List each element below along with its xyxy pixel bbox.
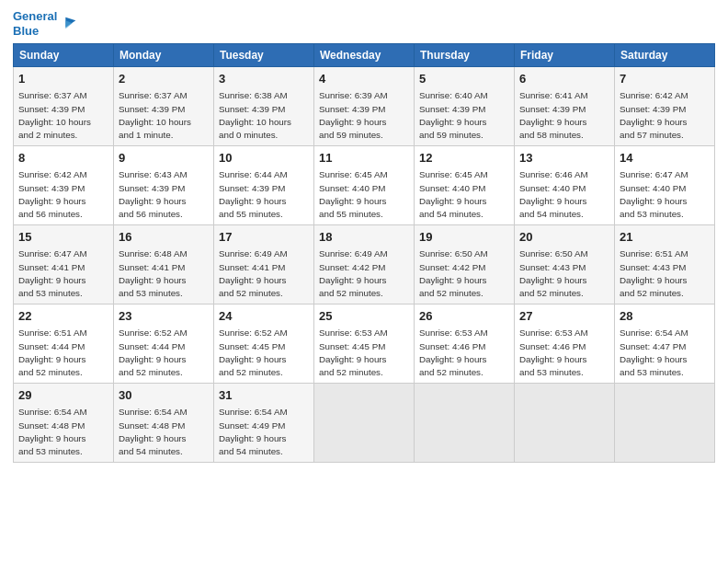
calendar-cell: 22Sunrise: 6:51 AMSunset: 4:44 PMDayligh… xyxy=(14,304,114,384)
calendar-cell: 8Sunrise: 6:42 AMSunset: 4:39 PMDaylight… xyxy=(14,146,114,225)
week-row-4: 22Sunrise: 6:51 AMSunset: 4:44 PMDayligh… xyxy=(14,304,715,384)
day-info: Sunrise: 6:50 AMSunset: 4:43 PMDaylight:… xyxy=(519,247,609,300)
day-number: 5 xyxy=(419,71,509,87)
day-info: Sunrise: 6:49 AMSunset: 4:41 PMDaylight:… xyxy=(219,247,309,300)
calendar-cell: 26Sunrise: 6:53 AMSunset: 4:46 PMDayligh… xyxy=(415,304,515,384)
day-info: Sunrise: 6:48 AMSunset: 4:41 PMDaylight:… xyxy=(119,247,209,300)
day-number: 31 xyxy=(219,387,309,404)
calendar-cell: 29Sunrise: 6:54 AMSunset: 4:48 PMDayligh… xyxy=(14,384,114,463)
calendar-cell: 4Sunrise: 6:39 AMSunset: 4:39 PMDaylight… xyxy=(314,67,415,146)
day-info: Sunrise: 6:42 AMSunset: 4:39 PMDaylight:… xyxy=(620,89,710,142)
day-info: Sunrise: 6:41 AMSunset: 4:39 PMDaylight:… xyxy=(519,89,609,142)
day-info: Sunrise: 6:37 AMSunset: 4:39 PMDaylight:… xyxy=(119,89,209,142)
calendar-table: SundayMondayTuesdayWednesdayThursdayFrid… xyxy=(13,43,715,463)
day-number: 23 xyxy=(119,308,209,325)
day-info: Sunrise: 6:54 AMSunset: 4:47 PMDaylight:… xyxy=(620,327,710,379)
day-number: 2 xyxy=(119,71,209,87)
calendar-cell: 3Sunrise: 6:38 AMSunset: 4:39 PMDaylight… xyxy=(214,67,314,146)
day-number: 6 xyxy=(519,71,609,87)
calendar-cell: 20Sunrise: 6:50 AMSunset: 4:43 PMDayligh… xyxy=(515,225,615,304)
day-number: 7 xyxy=(620,71,710,87)
day-number: 19 xyxy=(419,229,509,246)
calendar-cell: 9Sunrise: 6:43 AMSunset: 4:39 PMDaylight… xyxy=(114,146,214,225)
day-info: Sunrise: 6:45 AMSunset: 4:40 PMDaylight:… xyxy=(319,168,409,221)
calendar-cell: 1Sunrise: 6:37 AMSunset: 4:39 PMDaylight… xyxy=(14,67,114,146)
calendar-cell: 16Sunrise: 6:48 AMSunset: 4:41 PMDayligh… xyxy=(114,225,214,304)
day-number: 16 xyxy=(119,229,209,246)
day-number: 3 xyxy=(219,71,309,87)
day-info: Sunrise: 6:45 AMSunset: 4:40 PMDaylight:… xyxy=(419,168,509,221)
day-info: Sunrise: 6:51 AMSunset: 4:44 PMDaylight:… xyxy=(18,327,108,379)
day-number: 13 xyxy=(519,150,609,167)
day-info: Sunrise: 6:52 AMSunset: 4:44 PMDaylight:… xyxy=(119,327,209,379)
day-number: 17 xyxy=(219,229,309,246)
day-number: 8 xyxy=(18,150,108,167)
week-row-3: 15Sunrise: 6:47 AMSunset: 4:41 PMDayligh… xyxy=(14,225,715,304)
header-day-thursday: Thursday xyxy=(415,44,515,67)
header-day-wednesday: Wednesday xyxy=(314,44,415,67)
header-row: GeneralBlue xyxy=(13,9,715,38)
day-info: Sunrise: 6:47 AMSunset: 4:41 PMDaylight:… xyxy=(18,247,108,300)
calendar-cell: 31Sunrise: 6:54 AMSunset: 4:49 PMDayligh… xyxy=(214,384,314,463)
calendar-cell: 15Sunrise: 6:47 AMSunset: 4:41 PMDayligh… xyxy=(14,225,114,304)
calendar-cell xyxy=(615,384,715,463)
day-info: Sunrise: 6:44 AMSunset: 4:39 PMDaylight:… xyxy=(219,168,309,221)
header-day-sunday: Sunday xyxy=(14,44,114,67)
calendar-cell: 23Sunrise: 6:52 AMSunset: 4:44 PMDayligh… xyxy=(114,304,214,384)
day-number: 24 xyxy=(219,308,309,325)
day-info: Sunrise: 6:46 AMSunset: 4:40 PMDaylight:… xyxy=(519,168,609,221)
calendar-cell xyxy=(415,384,515,463)
day-number: 21 xyxy=(620,229,710,246)
day-info: Sunrise: 6:42 AMSunset: 4:39 PMDaylight:… xyxy=(18,168,108,221)
calendar-header: SundayMondayTuesdayWednesdayThursdayFrid… xyxy=(14,44,715,67)
day-number: 30 xyxy=(119,387,209,404)
calendar-cell: 24Sunrise: 6:52 AMSunset: 4:45 PMDayligh… xyxy=(214,304,314,384)
day-number: 22 xyxy=(18,308,108,325)
day-number: 28 xyxy=(620,308,710,325)
calendar-cell: 28Sunrise: 6:54 AMSunset: 4:47 PMDayligh… xyxy=(615,304,715,384)
day-info: Sunrise: 6:54 AMSunset: 4:48 PMDaylight:… xyxy=(18,406,108,458)
day-info: Sunrise: 6:47 AMSunset: 4:40 PMDaylight:… xyxy=(620,168,710,221)
calendar-cell: 13Sunrise: 6:46 AMSunset: 4:40 PMDayligh… xyxy=(515,146,615,225)
calendar-cell: 6Sunrise: 6:41 AMSunset: 4:39 PMDaylight… xyxy=(515,67,615,146)
week-row-2: 8Sunrise: 6:42 AMSunset: 4:39 PMDaylight… xyxy=(14,146,715,225)
calendar-cell: 7Sunrise: 6:42 AMSunset: 4:39 PMDaylight… xyxy=(615,67,715,146)
calendar-cell: 27Sunrise: 6:53 AMSunset: 4:46 PMDayligh… xyxy=(515,304,615,384)
day-info: Sunrise: 6:54 AMSunset: 4:48 PMDaylight:… xyxy=(119,406,209,458)
day-number: 14 xyxy=(620,150,710,167)
day-number: 12 xyxy=(419,150,509,167)
calendar-cell: 12Sunrise: 6:45 AMSunset: 4:40 PMDayligh… xyxy=(415,146,515,225)
day-info: Sunrise: 6:53 AMSunset: 4:46 PMDaylight:… xyxy=(419,327,509,379)
logo-text: GeneralBlue xyxy=(13,9,57,38)
calendar-cell xyxy=(515,384,615,463)
week-row-5: 29Sunrise: 6:54 AMSunset: 4:48 PMDayligh… xyxy=(14,384,715,463)
logo: GeneralBlue xyxy=(13,9,79,38)
day-info: Sunrise: 6:38 AMSunset: 4:39 PMDaylight:… xyxy=(219,89,309,142)
day-number: 15 xyxy=(18,229,108,246)
day-info: Sunrise: 6:43 AMSunset: 4:39 PMDaylight:… xyxy=(119,168,209,221)
header-day-tuesday: Tuesday xyxy=(214,44,314,67)
calendar-cell: 14Sunrise: 6:47 AMSunset: 4:40 PMDayligh… xyxy=(615,146,715,225)
day-info: Sunrise: 6:53 AMSunset: 4:46 PMDaylight:… xyxy=(519,327,609,379)
day-number: 26 xyxy=(419,308,509,325)
calendar-cell: 5Sunrise: 6:40 AMSunset: 4:39 PMDaylight… xyxy=(415,67,515,146)
calendar-body: 1Sunrise: 6:37 AMSunset: 4:39 PMDaylight… xyxy=(14,67,715,463)
calendar-cell: 2Sunrise: 6:37 AMSunset: 4:39 PMDaylight… xyxy=(114,67,214,146)
day-number: 20 xyxy=(519,229,609,246)
day-number: 25 xyxy=(319,308,409,325)
day-number: 4 xyxy=(319,71,409,87)
header-day-saturday: Saturday xyxy=(615,44,715,67)
calendar-cell: 10Sunrise: 6:44 AMSunset: 4:39 PMDayligh… xyxy=(214,146,314,225)
day-number: 10 xyxy=(219,150,309,167)
day-number: 27 xyxy=(519,308,609,325)
calendar-cell: 17Sunrise: 6:49 AMSunset: 4:41 PMDayligh… xyxy=(214,225,314,304)
day-number: 1 xyxy=(18,71,108,87)
day-info: Sunrise: 6:53 AMSunset: 4:45 PMDaylight:… xyxy=(319,327,409,379)
day-number: 11 xyxy=(319,150,409,167)
calendar-cell: 21Sunrise: 6:51 AMSunset: 4:43 PMDayligh… xyxy=(615,225,715,304)
day-info: Sunrise: 6:39 AMSunset: 4:39 PMDaylight:… xyxy=(319,89,409,142)
calendar-cell: 19Sunrise: 6:50 AMSunset: 4:42 PMDayligh… xyxy=(415,225,515,304)
calendar-cell: 11Sunrise: 6:45 AMSunset: 4:40 PMDayligh… xyxy=(314,146,415,225)
day-info: Sunrise: 6:37 AMSunset: 4:39 PMDaylight:… xyxy=(18,89,108,142)
calendar-cell: 30Sunrise: 6:54 AMSunset: 4:48 PMDayligh… xyxy=(114,384,214,463)
